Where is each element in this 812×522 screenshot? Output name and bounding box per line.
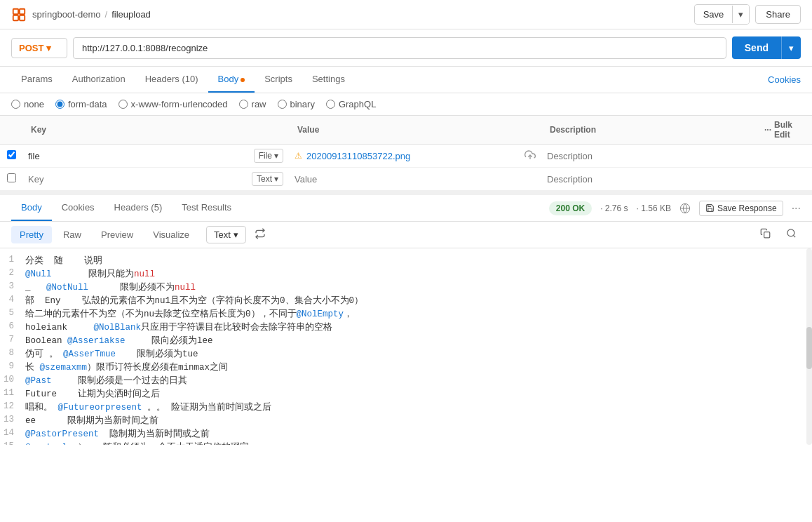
view-tab-preview[interactable]: Preview bbox=[93, 226, 142, 243]
bulk-edit-button[interactable]: ··· Bulk Edit bbox=[764, 120, 804, 140]
project-name[interactable]: springboot-demo bbox=[32, 9, 101, 20]
wrap-icon[interactable] bbox=[255, 228, 266, 241]
code-lines: 1分类 随 说明2@Null 限制只能为null3_ @NotNull 限制必须… bbox=[0, 254, 812, 445]
send-button[interactable]: Send bbox=[732, 36, 781, 59]
svg-rect-2 bbox=[13, 15, 18, 20]
view-tab-raw[interactable]: Raw bbox=[55, 226, 90, 243]
collection-name: fileupload bbox=[111, 9, 151, 20]
tab-authorization[interactable]: Authorization bbox=[62, 67, 135, 93]
copy-button[interactable] bbox=[756, 227, 775, 243]
row-value-cell: ⚠ 20200913110853722.png bbox=[289, 145, 541, 168]
share-button[interactable]: Share bbox=[755, 5, 801, 24]
line-number: 6 bbox=[0, 321, 25, 333]
save-dropdown-button[interactable]: ▾ bbox=[733, 5, 749, 24]
line-content: 唱和。 @Futureorpresent 。。 险证期为当前时间或之后 bbox=[25, 401, 812, 413]
tab-headers[interactable]: Headers (10) bbox=[135, 67, 208, 93]
type-label: Text bbox=[257, 174, 272, 184]
body-type-urlencoded[interactable]: x-www-form-urlencoded bbox=[119, 99, 228, 109]
th-key: Key bbox=[22, 116, 289, 145]
view-tab-visualize[interactable]: Visualize bbox=[144, 226, 198, 243]
tab-settings[interactable]: Settings bbox=[302, 67, 355, 93]
line-number: 8 bbox=[0, 348, 25, 360]
save-button[interactable]: Save bbox=[695, 6, 733, 23]
line-number: 2 bbox=[0, 268, 25, 280]
search-button[interactable] bbox=[782, 227, 801, 243]
line-content: @Null 限制只能为null bbox=[25, 268, 812, 280]
line-number: 5 bbox=[0, 308, 25, 320]
body-type-graphql[interactable]: GraphQL bbox=[326, 99, 376, 109]
file-name-text[interactable]: 20200913110853722.png bbox=[306, 151, 410, 161]
row-value-cell bbox=[289, 168, 541, 191]
row-description-input[interactable] bbox=[547, 151, 750, 161]
th-value: Value bbox=[289, 116, 541, 145]
code-line: 10@Past 限制必须是一个过去的日其 bbox=[0, 374, 812, 387]
body-type-binary[interactable]: binary bbox=[278, 99, 315, 109]
line-content: 部 Eny 弘殼的元素信不为nu1且不为空（字符向长度不为0、集合大小不为0） bbox=[25, 295, 812, 307]
row-checkbox-cell bbox=[0, 168, 22, 191]
code-line: 9长 @szemaxmm）限币订符长度必须在minmax之间 bbox=[0, 361, 812, 374]
line-number: 1 bbox=[0, 255, 25, 267]
row-description-cell bbox=[541, 168, 756, 191]
upload-icon[interactable] bbox=[525, 149, 536, 163]
code-line: 2@Null 限制只能为null bbox=[0, 267, 812, 281]
send-button-group: Send ▾ bbox=[732, 36, 801, 59]
line-content: 伪可 。 @AsserTmue 限制必须为tue bbox=[25, 348, 812, 360]
code-line: 13ee 限制期为当新时间之前 bbox=[0, 414, 812, 427]
urlbar: POST ▾ Send ▾ bbox=[0, 29, 812, 67]
line-content: _ @NotNull 限制必须不为null bbox=[25, 281, 812, 293]
response-tabs: Body Cookies Headers (5) Test Results 20… bbox=[0, 195, 812, 222]
code-view: 1分类 随 说明2@Null 限制只能为null3_ @NotNull 限制必须… bbox=[0, 248, 812, 445]
format-selector[interactable]: Text ▾ bbox=[206, 226, 246, 243]
resp-tab-cookies[interactable]: Cookies bbox=[52, 195, 104, 221]
scrollbar-thumb[interactable] bbox=[806, 327, 812, 369]
save-icon bbox=[705, 203, 715, 213]
tab-body[interactable]: Body bbox=[208, 67, 255, 93]
save-response-label: Save Response bbox=[717, 203, 777, 213]
resp-tab-test-results[interactable]: Test Results bbox=[172, 195, 241, 221]
line-number: 3 bbox=[0, 281, 25, 293]
save-response-button[interactable]: Save Response bbox=[699, 201, 783, 216]
line-number: 14 bbox=[0, 428, 25, 440]
row-key-text: file bbox=[28, 151, 40, 161]
line-number: 11 bbox=[0, 388, 25, 400]
code-line: 14@PastorPresent 隐制期为当新时間或之前 bbox=[0, 427, 812, 441]
app-logo bbox=[11, 7, 27, 22]
line-content: 给二坤的元素什不为空（不为nu去除芝位空格后长度为0），不同于@NolEmpty… bbox=[25, 308, 812, 320]
file-value-container: ⚠ 20200913110853722.png bbox=[295, 149, 536, 163]
line-number: 7 bbox=[0, 335, 25, 347]
viewer-actions bbox=[756, 227, 801, 243]
row-description-input[interactable] bbox=[547, 174, 750, 185]
line-content: @PastorPresent 隐制期为当新时間或之前 bbox=[25, 428, 812, 440]
svg-line-9 bbox=[793, 235, 795, 237]
more-options-icon[interactable]: ··· bbox=[792, 202, 801, 215]
tab-params[interactable]: Params bbox=[11, 67, 62, 93]
body-type-raw[interactable]: raw bbox=[239, 99, 266, 109]
url-input[interactable] bbox=[73, 37, 726, 59]
response-size: · 1.56 KB bbox=[637, 203, 671, 213]
request-tabs: Params Authorization Headers (10) Body S… bbox=[0, 67, 812, 93]
svg-rect-1 bbox=[20, 8, 25, 13]
th-actions: ··· Bulk Edit bbox=[756, 116, 812, 145]
row-key-input[interactable] bbox=[28, 174, 248, 185]
scrollbar[interactable] bbox=[806, 248, 812, 445]
method-selector[interactable]: POST ▾ bbox=[11, 38, 67, 58]
table-row: file File ▾ ⚠ 20200913110853722.png bbox=[0, 145, 812, 168]
type-selector[interactable]: File ▾ bbox=[254, 149, 283, 163]
view-tab-pretty[interactable]: Pretty bbox=[11, 226, 52, 243]
body-type-form-data[interactable]: form-data bbox=[55, 99, 107, 109]
row-checkbox[interactable] bbox=[7, 150, 16, 159]
line-content: holeiank @NolBlank只应用于字符课目在比较时会去除字符串的空格 bbox=[25, 321, 812, 333]
row-value-input[interactable] bbox=[295, 174, 536, 185]
table-row: Text ▾ bbox=[0, 168, 812, 191]
format-dropdown-icon: ▾ bbox=[234, 229, 238, 240]
cookies-link[interactable]: Cookies bbox=[768, 74, 801, 85]
type-selector[interactable]: Text ▾ bbox=[252, 172, 283, 186]
send-dropdown-button[interactable]: ▾ bbox=[781, 36, 801, 59]
resp-tab-headers[interactable]: Headers (5) bbox=[104, 195, 172, 221]
resp-tab-body[interactable]: Body bbox=[11, 195, 52, 221]
line-content: @Past 限制必须是一个过去的日其 bbox=[25, 375, 812, 387]
body-type-none[interactable]: none bbox=[11, 99, 44, 109]
svg-rect-7 bbox=[764, 232, 770, 238]
tab-scripts[interactable]: Scripts bbox=[255, 67, 302, 93]
row-checkbox[interactable] bbox=[7, 173, 16, 182]
